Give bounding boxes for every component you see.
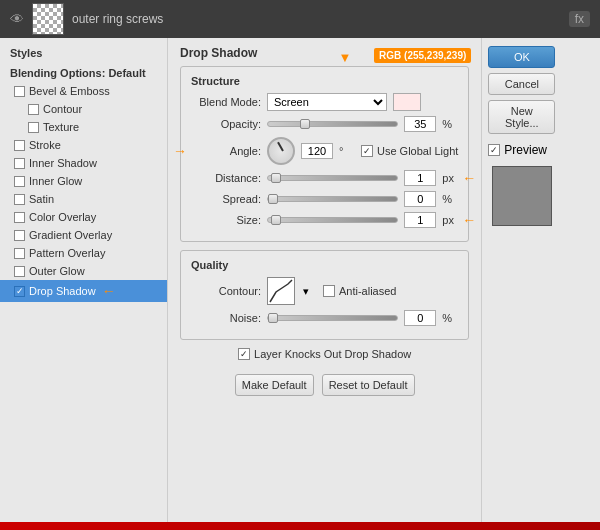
distance-row: Distance: px ←: [191, 170, 458, 186]
global-light-checkbox[interactable]: [361, 145, 373, 157]
contour-checkbox[interactable]: [28, 104, 39, 115]
opacity-slider-container: [267, 117, 398, 131]
inner-glow-checkbox[interactable]: [14, 176, 25, 187]
blend-mode-row: Blend Mode: Screen Normal Multiply Overl…: [191, 93, 458, 111]
sidebar-item-blending[interactable]: Blending Options: Default: [0, 64, 167, 82]
sidebar-item-color-overlay[interactable]: Color Overlay: [0, 208, 167, 226]
gradient-overlay-checkbox[interactable]: [14, 230, 25, 241]
contour-preview[interactable]: [267, 277, 295, 305]
spread-unit: %: [442, 193, 458, 205]
distance-slider-thumb[interactable]: [271, 173, 281, 183]
opacity-label: Opacity:: [191, 118, 261, 130]
texture-checkbox[interactable]: [28, 122, 39, 133]
blending-label: Blending Options: Default: [10, 67, 146, 79]
quality-fieldset: Quality Contour: ▾ Anti-aliased: [180, 250, 469, 340]
sidebar-item-stroke[interactable]: Stroke: [0, 136, 167, 154]
rgb-annotation-label: RGB (255,239,239): [374, 48, 471, 63]
size-label: Size:: [191, 214, 261, 226]
spread-label: Spread:: [191, 193, 261, 205]
spread-row: Spread: %: [191, 191, 458, 207]
preview-row: Preview: [488, 143, 555, 157]
blend-mode-select[interactable]: Screen Normal Multiply Overlay: [267, 93, 387, 111]
opacity-row: Opacity: %: [191, 116, 458, 132]
sidebar-item-outer-glow[interactable]: Outer Glow: [0, 262, 167, 280]
size-arrow-icon: ←: [462, 212, 476, 228]
size-input[interactable]: [404, 212, 436, 228]
quality-legend: Quality: [191, 259, 458, 271]
fx-badge: fx: [569, 11, 590, 27]
cancel-button[interactable]: Cancel: [488, 73, 555, 95]
size-slider-track: [267, 217, 398, 223]
anti-aliased-checkbox[interactable]: [323, 285, 335, 297]
sidebar-item-pattern-overlay[interactable]: Pattern Overlay: [0, 244, 167, 262]
make-default-button[interactable]: Make Default: [235, 374, 314, 396]
spread-slider-thumb[interactable]: [268, 194, 278, 204]
drop-shadow-checkbox[interactable]: [14, 286, 25, 297]
buttons-column: OK Cancel New Style... Preview: [481, 38, 561, 530]
angle-dial[interactable]: [267, 137, 295, 165]
outer-glow-checkbox[interactable]: [14, 266, 25, 277]
blend-mode-label: Blend Mode:: [191, 96, 261, 108]
color-overlay-checkbox[interactable]: [14, 212, 25, 223]
opacity-input[interactable]: [404, 116, 436, 132]
noise-input[interactable]: [404, 310, 436, 326]
contour-dropdown-arrow[interactable]: ▾: [303, 285, 309, 298]
ok-button[interactable]: OK: [488, 46, 555, 68]
global-light-label[interactable]: Use Global Light: [361, 145, 458, 157]
distance-unit: px: [442, 172, 458, 184]
sidebar-item-satin[interactable]: Satin: [0, 190, 167, 208]
angle-input[interactable]: [301, 143, 333, 159]
layer-name: outer ring screws: [72, 12, 561, 26]
spread-slider-container: [267, 192, 398, 206]
sidebar-item-drop-shadow[interactable]: Drop Shadow ←: [0, 280, 167, 302]
anti-aliased-label[interactable]: Anti-aliased: [323, 285, 396, 297]
center-content: ▼ RGB (255,239,239) Drop Shadow Structur…: [168, 38, 481, 530]
inner-shadow-checkbox[interactable]: [14, 158, 25, 169]
styles-title: Styles: [0, 44, 167, 64]
sidebar-item-gradient-overlay[interactable]: Gradient Overlay: [0, 226, 167, 244]
size-slider-thumb[interactable]: [271, 215, 281, 225]
bevel-checkbox[interactable]: [14, 86, 25, 97]
new-style-button[interactable]: New Style...: [488, 100, 555, 134]
sidebar-item-inner-glow[interactable]: Inner Glow: [0, 172, 167, 190]
drop-shadow-arrow: ←: [102, 283, 116, 299]
angle-label: Angle:: [191, 145, 261, 157]
spread-slider-track: [267, 196, 398, 202]
angle-needle: [277, 142, 284, 152]
layer-knocks-label[interactable]: Layer Knocks Out Drop Shadow: [238, 348, 411, 360]
sidebar-item-contour[interactable]: Contour: [0, 100, 167, 118]
layer-style-dialog: Styles Blending Options: Default Bevel &…: [0, 38, 600, 530]
structure-legend: Structure: [191, 75, 458, 87]
satin-checkbox[interactable]: [14, 194, 25, 205]
left-panel: Styles Blending Options: Default Bevel &…: [0, 38, 168, 530]
stroke-checkbox[interactable]: [14, 140, 25, 151]
contour-label: Contour:: [191, 285, 261, 297]
spread-input[interactable]: [404, 191, 436, 207]
angle-row: → Angle: ° Use Global Light: [191, 137, 458, 165]
layer-knocks-checkbox[interactable]: [238, 348, 250, 360]
layer-thumbnail: [32, 3, 64, 35]
size-unit: px: [442, 214, 458, 226]
sidebar-item-bevel[interactable]: Bevel & Emboss: [0, 82, 167, 100]
opacity-unit: %: [442, 118, 458, 130]
pattern-overlay-checkbox[interactable]: [14, 248, 25, 259]
angle-unit: °: [339, 145, 355, 157]
structure-fieldset: Structure Blend Mode: Screen Normal Mult…: [180, 66, 469, 242]
noise-slider-thumb[interactable]: [268, 313, 278, 323]
noise-slider-track: [267, 315, 398, 321]
rgb-arrow-icon: ▼: [338, 50, 351, 65]
color-swatch[interactable]: [393, 93, 421, 111]
preview-checkbox[interactable]: [488, 144, 500, 156]
distance-arrow-icon: ←: [462, 170, 476, 186]
sidebar-item-texture[interactable]: Texture: [0, 118, 167, 136]
contour-row: Contour: ▾ Anti-aliased: [191, 277, 458, 305]
opacity-slider-track: [267, 121, 398, 127]
top-bar: 👁 outer ring screws fx: [0, 0, 600, 38]
size-row: Size: px ←: [191, 212, 458, 228]
preview-thumbnail: [492, 166, 552, 226]
opacity-slider-thumb[interactable]: [300, 119, 310, 129]
sidebar-item-inner-shadow[interactable]: Inner Shadow: [0, 154, 167, 172]
distance-input[interactable]: [404, 170, 436, 186]
reset-default-button[interactable]: Reset to Default: [322, 374, 415, 396]
eye-icon[interactable]: 👁: [10, 11, 24, 27]
